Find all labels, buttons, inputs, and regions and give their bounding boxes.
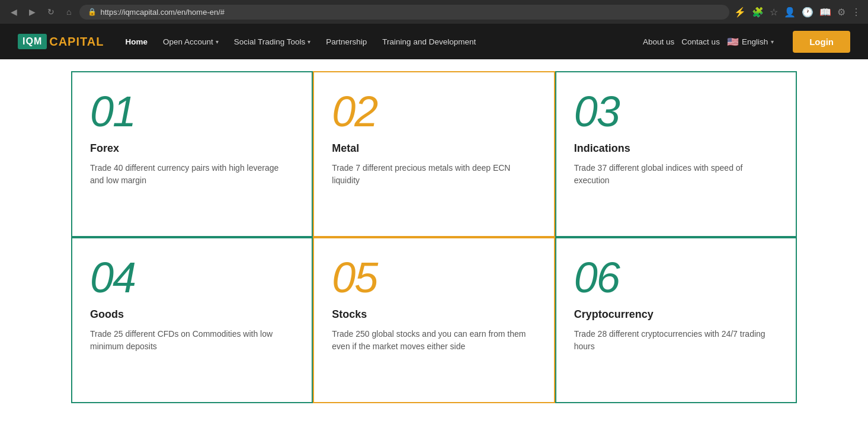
lang-chevron-icon: ▾ xyxy=(771,39,774,45)
card-6: 06CryptocurrencyTrade 28 different crypt… xyxy=(555,237,797,403)
card-title-2: Metal xyxy=(332,142,536,155)
history-icon[interactable]: 🕐 xyxy=(802,7,813,18)
logo: IQM CAPITAL xyxy=(18,34,104,49)
lightning-icon[interactable]: ⚡ xyxy=(734,7,746,18)
card-title-5: Stocks xyxy=(332,308,536,321)
nav-right: About us Contact us 🇺🇸 English ▾ Login xyxy=(643,31,850,53)
nav-links: Home Open Account ▾ Social Trading Tools… xyxy=(118,34,643,50)
home-button[interactable]: ⌂ xyxy=(63,5,75,19)
card-2: 02MetalTrade 7 different precious metals… xyxy=(313,71,555,237)
card-number-6: 06 xyxy=(574,256,778,299)
refresh-button[interactable]: ↻ xyxy=(44,5,58,19)
lang-selector[interactable]: 🇺🇸 English ▾ xyxy=(727,36,774,47)
card-desc-4: Trade 25 different CFDs on Commodities w… xyxy=(90,328,294,353)
lang-label: English xyxy=(742,37,768,46)
nav-about[interactable]: About us xyxy=(643,37,674,46)
nav-partnership[interactable]: Partnership xyxy=(319,34,374,50)
card-number-2: 02 xyxy=(332,90,536,133)
card-desc-2: Trade 7 different precious metals with d… xyxy=(332,162,536,187)
card-desc-3: Trade 37 different global indices with s… xyxy=(574,162,778,187)
card-number-1: 01 xyxy=(90,90,294,133)
nav-social-trading[interactable]: Social Trading Tools ▾ xyxy=(227,34,318,50)
lock-icon: 🔒 xyxy=(88,8,97,16)
card-5: 05StocksTrade 250 global stocks and you … xyxy=(313,237,555,403)
card-number-4: 04 xyxy=(90,256,294,299)
card-title-4: Goods xyxy=(90,308,294,321)
logo-capital: CAPITAL xyxy=(49,35,104,49)
social-trading-chevron-icon: ▾ xyxy=(308,39,310,45)
address-bar[interactable]: 🔒 https://iqmcapital.com/en/home-en/# xyxy=(79,5,729,20)
forward-button[interactable]: ▶ xyxy=(25,5,39,19)
logo-iqm: IQM xyxy=(18,34,47,49)
main-content: 01ForexTrade 40 different currency pairs… xyxy=(0,59,868,437)
browser-actions: ⚡ 🧩 ☆ 👤 🕐 📖 ⚙ ⋮ xyxy=(734,7,861,18)
browser-chrome: ◀ ▶ ↻ ⌂ 🔒 https://iqmcapital.com/en/home… xyxy=(0,0,868,24)
navbar: IQM CAPITAL Home Open Account ▾ Social T… xyxy=(0,24,868,59)
card-number-5: 05 xyxy=(332,256,536,299)
card-1: 01ForexTrade 40 different currency pairs… xyxy=(71,71,313,237)
nav-home[interactable]: Home xyxy=(118,34,155,50)
card-title-1: Forex xyxy=(90,142,294,155)
open-account-chevron-icon: ▾ xyxy=(216,39,219,45)
settings-icon[interactable]: ⚙ xyxy=(837,7,845,18)
reader-icon[interactable]: 📖 xyxy=(819,7,831,18)
nav-training[interactable]: Training and Development xyxy=(375,34,483,50)
profile-icon[interactable]: 👤 xyxy=(784,7,796,18)
url-text: https://iqmcapital.com/en/home-en/# xyxy=(100,8,225,17)
card-title-6: Cryptocurrency xyxy=(574,308,778,321)
card-4: 04GoodsTrade 25 different CFDs on Commod… xyxy=(71,237,313,403)
card-desc-5: Trade 250 global stocks and you can earn… xyxy=(332,328,536,353)
cards-grid: 01ForexTrade 40 different currency pairs… xyxy=(71,71,797,403)
flag-icon: 🇺🇸 xyxy=(727,36,739,47)
extensions-icon[interactable]: 🧩 xyxy=(752,7,764,18)
card-number-3: 03 xyxy=(574,90,778,133)
card-desc-1: Trade 40 different currency pairs with h… xyxy=(90,162,294,187)
menu-icon[interactable]: ⋮ xyxy=(851,7,861,18)
nav-contact[interactable]: Contact us xyxy=(681,37,720,46)
bookmark-icon[interactable]: ☆ xyxy=(770,7,778,18)
card-desc-6: Trade 28 different cryptocurrencies with… xyxy=(574,328,778,353)
card-3: 03IndicationsTrade 37 different global i… xyxy=(555,71,797,237)
nav-open-account[interactable]: Open Account ▾ xyxy=(156,34,226,50)
card-title-3: Indications xyxy=(574,142,778,155)
login-button[interactable]: Login xyxy=(793,31,850,53)
back-button[interactable]: ◀ xyxy=(7,5,21,19)
